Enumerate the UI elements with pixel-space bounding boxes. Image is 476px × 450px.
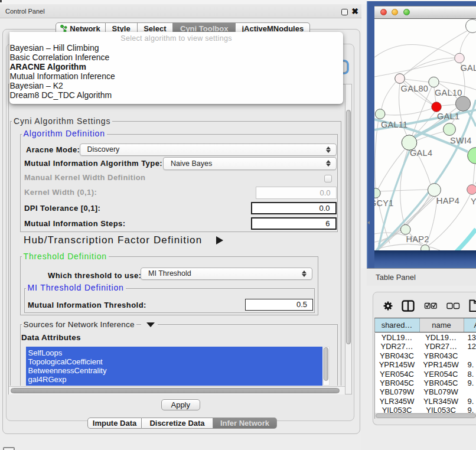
svg-text:GAL1: GAL1 xyxy=(437,112,459,121)
svg-text:GAL11: GAL11 xyxy=(381,120,408,129)
svg-text:GCY1: GCY1 xyxy=(374,198,394,208)
svg-text:Y: Y xyxy=(471,197,476,206)
svg-text:GAL4: GAL4 xyxy=(410,148,432,158)
svg-text:HAP2: HAP2 xyxy=(406,234,429,244)
svg-text:GAL7: GAL7 xyxy=(461,63,476,73)
svg-text:GAL80: GAL80 xyxy=(401,84,429,93)
svg-text:SWI4: SWI4 xyxy=(450,136,472,145)
svg-text:GAL10: GAL10 xyxy=(435,88,462,97)
svg-text:HAP4: HAP4 xyxy=(436,196,459,206)
